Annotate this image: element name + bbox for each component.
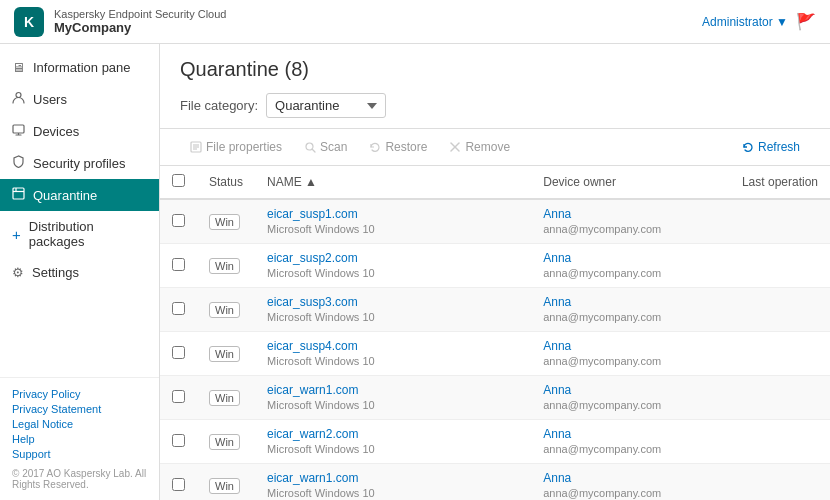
toolbar-right: Refresh xyxy=(732,135,810,159)
sidebar-item-security-profiles[interactable]: Security profiles xyxy=(0,147,159,179)
file-os: Microsoft Windows 10 xyxy=(267,267,375,279)
select-all-checkbox[interactable] xyxy=(172,174,185,187)
owner-link[interactable]: Anna xyxy=(543,427,718,441)
row-lastop xyxy=(730,199,830,244)
table-row: Win eicar_warn1.com Microsoft Windows 10… xyxy=(160,376,830,420)
owner-header: Device owner xyxy=(531,166,730,199)
lastop-header: Last operation xyxy=(730,166,830,199)
refresh-label: Refresh xyxy=(758,140,800,154)
owner-link[interactable]: Anna xyxy=(543,471,718,485)
file-properties-button: File properties xyxy=(180,135,292,159)
win-badge: Win xyxy=(209,302,240,318)
row-checkbox-cell xyxy=(160,376,197,420)
help-link[interactable]: Help xyxy=(12,433,147,445)
filter-row: File category: Quarantine xyxy=(180,93,810,118)
row-lastop xyxy=(730,420,830,464)
restore-label: Restore xyxy=(385,140,427,154)
svg-line-12 xyxy=(312,149,315,152)
support-link[interactable]: Support xyxy=(12,448,147,460)
win-badge: Win xyxy=(209,214,240,230)
flag-icon: 🚩 xyxy=(796,12,816,31)
svg-rect-4 xyxy=(13,188,24,199)
file-category-select[interactable]: Quarantine xyxy=(266,93,386,118)
row-lastop xyxy=(730,464,830,501)
admin-link[interactable]: Administrator ▼ xyxy=(702,15,788,29)
table-row: Win eicar_susp3.com Microsoft Windows 10… xyxy=(160,288,830,332)
owner-link[interactable]: Anna xyxy=(543,295,718,309)
sidebar-label-users: Users xyxy=(33,92,67,107)
app-name: Kaspersky Endpoint Security Cloud xyxy=(54,8,226,20)
sidebar-item-information-pane[interactable]: 🖥 Information pane xyxy=(0,52,159,83)
win-badge: Win xyxy=(209,434,240,450)
row-checkbox[interactable] xyxy=(172,478,185,491)
row-checkbox-cell xyxy=(160,332,197,376)
win-badge: Win xyxy=(209,258,240,274)
sidebar-label-settings: Settings xyxy=(32,265,79,280)
page-title: Quarantine (8) xyxy=(180,58,810,81)
name-header[interactable]: NAME ▲ xyxy=(255,166,531,199)
row-lastop xyxy=(730,332,830,376)
privacy-statement-link[interactable]: Privacy Statement xyxy=(12,403,147,415)
row-checkbox-cell xyxy=(160,420,197,464)
file-os: Microsoft Windows 10 xyxy=(267,487,375,499)
sidebar-label-distribution: Distribution packages xyxy=(29,219,147,249)
row-checkbox[interactable] xyxy=(172,214,185,227)
row-checkbox[interactable] xyxy=(172,434,185,447)
row-status: Win xyxy=(197,288,255,332)
sidebar-item-settings[interactable]: ⚙ Settings xyxy=(0,257,159,288)
sidebar-item-devices[interactable]: Devices xyxy=(0,115,159,147)
sidebar: 🖥 Information pane Users xyxy=(0,44,160,500)
row-name: eicar_warn1.com Microsoft Windows 10 xyxy=(255,464,531,501)
file-os: Microsoft Windows 10 xyxy=(267,399,375,411)
sidebar-label-quarantine: Quarantine xyxy=(33,188,97,203)
owner-link[interactable]: Anna xyxy=(543,251,718,265)
row-name: eicar_warn2.com Microsoft Windows 10 xyxy=(255,420,531,464)
sidebar-item-users[interactable]: Users xyxy=(0,83,159,115)
main-content: Quarantine (8) File category: Quarantine… xyxy=(160,44,830,500)
file-link[interactable]: eicar_warn2.com xyxy=(267,427,519,441)
owner-link[interactable]: Anna xyxy=(543,339,718,353)
sidebar-footer: Privacy Policy Privacy Statement Legal N… xyxy=(0,377,159,500)
row-checkbox[interactable] xyxy=(172,346,185,359)
owner-link[interactable]: Anna xyxy=(543,383,718,397)
privacy-policy-link[interactable]: Privacy Policy xyxy=(12,388,147,400)
row-lastop xyxy=(730,288,830,332)
sidebar-label-devices: Devices xyxy=(33,124,79,139)
file-link[interactable]: eicar_susp2.com xyxy=(267,251,519,265)
sidebar-item-quarantine[interactable]: Quarantine xyxy=(0,179,159,211)
sidebar-item-distribution[interactable]: + Distribution packages xyxy=(0,211,159,257)
refresh-button[interactable]: Refresh xyxy=(732,135,810,159)
remove-button: Remove xyxy=(439,135,520,159)
row-checkbox[interactable] xyxy=(172,258,185,271)
owner-email: anna@mycompany.com xyxy=(543,311,661,323)
table-row: Win eicar_warn2.com Microsoft Windows 10… xyxy=(160,420,830,464)
owner-email: anna@mycompany.com xyxy=(543,355,661,367)
row-lastop xyxy=(730,376,830,420)
row-owner: Anna anna@mycompany.com xyxy=(531,244,730,288)
users-icon xyxy=(12,91,25,107)
svg-rect-1 xyxy=(13,125,24,133)
file-link[interactable]: eicar_susp1.com xyxy=(267,207,519,221)
file-link[interactable]: eicar_susp4.com xyxy=(267,339,519,353)
copyright-text: © 2017 AO Kaspersky Lab. All Rights Rese… xyxy=(12,468,147,490)
row-owner: Anna anna@mycompany.com xyxy=(531,199,730,244)
file-os: Microsoft Windows 10 xyxy=(267,443,375,455)
legal-notice-link[interactable]: Legal Notice xyxy=(12,418,147,430)
sidebar-label-information-pane: Information pane xyxy=(33,60,131,75)
owner-email: anna@mycompany.com xyxy=(543,487,661,499)
sidebar-label-security: Security profiles xyxy=(33,156,125,171)
quarantine-icon xyxy=(12,187,25,203)
file-link[interactable]: eicar_susp3.com xyxy=(267,295,519,309)
file-link[interactable]: eicar_warn1.com xyxy=(267,383,519,397)
row-checkbox[interactable] xyxy=(172,302,185,315)
row-name: eicar_susp2.com Microsoft Windows 10 xyxy=(255,244,531,288)
row-status: Win xyxy=(197,332,255,376)
toolbar: File properties Scan Restore xyxy=(160,129,830,166)
owner-link[interactable]: Anna xyxy=(543,207,718,221)
row-checkbox[interactable] xyxy=(172,390,185,403)
row-name: eicar_warn1.com Microsoft Windows 10 xyxy=(255,376,531,420)
file-os: Microsoft Windows 10 xyxy=(267,355,375,367)
row-owner: Anna anna@mycompany.com xyxy=(531,376,730,420)
file-link[interactable]: eicar_warn1.com xyxy=(267,471,519,485)
header-title: Kaspersky Endpoint Security Cloud MyComp… xyxy=(54,8,226,35)
